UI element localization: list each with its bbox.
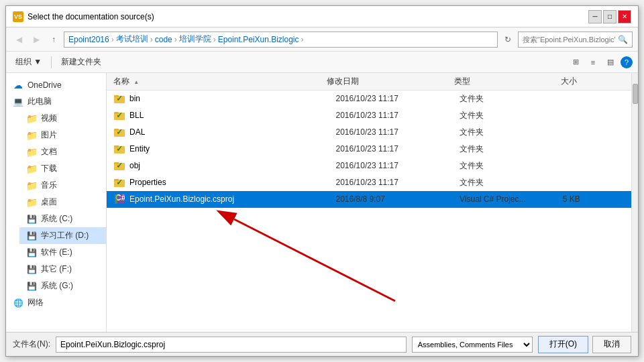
sidebar-label-downloads: 下载 [41,163,57,174]
sidebar-label-onedrive: OneDrive [28,80,62,90]
file-date-entity: 2016/10/23 11:17 [336,144,460,154]
file-type-properties: 文件夹 [460,177,563,188]
back-button[interactable]: ◀ [11,32,26,47]
svg-text:✓: ✓ [116,144,123,154]
scrollbar-thumb[interactable] [633,84,638,104]
help-button[interactable]: ? [621,56,633,68]
file-type-dal: 文件夹 [460,127,563,138]
title-controls: ─ □ ✕ [588,10,631,23]
path-part-4: 培训学院 [179,34,211,45]
filetype-select[interactable]: Assemblies, Comments Files [412,337,533,353]
title-bar-left: VS Select the documentation source(s) [13,11,154,22]
view-list-button[interactable]: ≡ [586,55,600,70]
file-row-obj[interactable]: ✓ obj 2016/10/23 11:17 文件夹 [107,158,631,174]
minimize-button[interactable]: ─ [588,10,602,23]
file-list: ✓ bin 2016/10/23 11:17 文件夹 ✓ BLL 2016/10… [107,90,631,332]
forward-button[interactable]: ▶ [29,32,44,47]
sidebar-item-documents[interactable]: 📁 文档 [19,143,106,160]
filename-input[interactable] [56,337,407,353]
sidebar-item-thispc[interactable]: 💻 此电脑 [6,93,106,110]
file-size-csproj: 5 KB [563,194,625,204]
sidebar-item-desktop[interactable]: 📁 桌面 [19,194,106,210]
address-path[interactable]: Epoint2016 › 考试培训 › code › 培训学院 › Epoint… [64,32,498,48]
path-part-3: code [155,35,172,44]
sidebar-item-drive-f[interactable]: 💾 其它 (F:) [19,261,106,278]
bottom-bar: 文件名(N): Assemblies, Comments Files 打开(O)… [6,332,638,356]
column-type[interactable]: 类型 [454,76,561,87]
sidebar-label-music: 音乐 [41,180,57,191]
sidebar-item-pictures[interactable]: 📁 图片 [19,127,106,143]
sidebar-item-network[interactable]: 🌐 网络 [6,294,106,311]
file-type-obj: 文件夹 [460,160,563,172]
column-date[interactable]: 修改日期 [327,76,455,87]
folder-icon-entity: ✓ [113,143,125,155]
sidebar-label-drive-g: 系统 (G:) [41,280,73,292]
view-details-button[interactable]: ▤ [603,55,618,70]
svg-text:✓: ✓ [116,127,123,137]
maximize-button[interactable]: □ [603,10,616,23]
file-dialog: VS Select the documentation source(s) ─ … [5,5,639,357]
file-row-bin[interactable]: ✓ bin 2016/10/23 11:17 文件夹 [107,90,631,107]
file-row-bll[interactable]: ✓ BLL 2016/10/23 11:17 文件夹 [107,107,631,124]
file-type-bin: 文件夹 [460,93,563,105]
folder-icon-dal: ✓ [113,126,125,138]
file-type-bll: 文件夹 [460,110,563,121]
up-button[interactable]: ↑ [46,32,61,47]
file-date-properties: 2016/10/23 11:17 [336,178,460,187]
sidebar-item-music[interactable]: 📁 音乐 [19,177,106,194]
sidebar-item-drive-g[interactable]: 💾 系统 (G:) [19,278,106,294]
action-buttons: 打开(O) 取消 [538,336,631,353]
new-folder-button[interactable]: 新建文件夹 [57,55,105,69]
sidebar-label-network: 网络 [28,297,44,308]
column-size[interactable]: 大小 [561,76,625,87]
cancel-button[interactable]: 取消 [592,336,631,353]
sidebar-item-drive-e[interactable]: 💾 软件 (E:) [19,244,106,261]
toolbar-right: ⊞ ≡ ▤ ? [568,55,633,70]
right-scrollbar[interactable] [631,73,638,332]
svg-text:✓: ✓ [116,94,123,103]
path-part-1: Epoint2016 [68,35,109,44]
sidebar-item-downloads[interactable]: 📁 下载 [19,160,106,177]
sidebar-item-drive-c[interactable]: 💾 系统 (C:) [19,210,106,227]
folder-icon-obj: ✓ [113,160,125,172]
close-button[interactable]: ✕ [618,10,631,23]
file-row-csproj[interactable]: C# Epoint.PeiXun.Bizlogic.csproj 2016/8/… [107,191,631,208]
sidebar-label-drive-d: 学习工作 (D:) [41,230,89,241]
sidebar-label-desktop: 桌面 [41,196,57,208]
drive-f-icon: 💾 [26,264,37,275]
folder-icon-properties: ✓ [113,176,125,188]
sidebar-label-thispc: 此电脑 [28,96,52,107]
file-date-dal: 2016/10/23 11:17 [336,127,460,137]
file-date-obj: 2016/10/23 11:17 [336,161,460,170]
sidebar-item-videos[interactable]: 📁 视频 [19,110,106,127]
refresh-button[interactable]: ↻ [500,32,515,47]
folder-icon-music: 📁 [26,180,37,191]
toolbar-separator [51,56,52,68]
sidebar-label-drive-e: 软件 (E:) [41,247,72,258]
dialog-icon: VS [13,11,23,22]
file-row-dal[interactable]: ✓ DAL 2016/10/23 11:17 文件夹 [107,124,631,141]
file-name-bll: BLL [129,111,336,120]
search-input[interactable] [523,36,615,44]
sidebar-label-drive-f: 其它 (F:) [41,263,72,275]
network-icon: 🌐 [13,298,23,308]
file-date-bll: 2016/10/23 11:17 [336,111,460,120]
organize-button[interactable]: 组织 ▼ [11,55,46,69]
filename-label: 文件名(N): [13,339,50,350]
svg-text:✓: ✓ [116,111,123,120]
file-list-header: 名称 ▲ 修改日期 类型 大小 [107,73,631,90]
open-button[interactable]: 打开(O) [538,336,588,353]
file-row-entity[interactable]: ✓ Entity 2016/10/23 11:17 文件夹 [107,141,631,158]
drive-e-icon: 💾 [26,247,37,258]
csproj-icon: C# [113,193,125,205]
sidebar-item-onedrive[interactable]: ☁ OneDrive [6,77,106,93]
file-name-obj: obj [129,161,336,170]
folder-icon-desktop: 📁 [26,197,37,208]
sidebar-item-drive-d[interactable]: 💾 学习工作 (D:) [19,227,106,244]
search-box[interactable]: 🔍 [518,32,633,48]
drive-g-icon: 💾 [26,281,37,292]
column-name[interactable]: 名称 ▲ [113,76,327,87]
file-row-properties[interactable]: ✓ Properties 2016/10/23 11:17 文件夹 [107,174,631,191]
address-bar: ◀ ▶ ↑ Epoint2016 › 考试培训 › code › 培训学院 › … [6,27,638,52]
view-grid-button[interactable]: ⊞ [568,55,583,70]
